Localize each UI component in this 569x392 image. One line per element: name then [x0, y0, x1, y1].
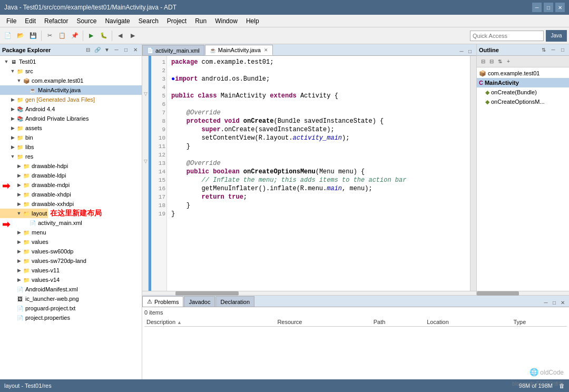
col-location[interactable]: Location — [425, 318, 511, 327]
outline-item-mainactivity[interactable]: C MainActivity — [477, 78, 569, 87]
toolbar-forward[interactable]: ▶ — [127, 30, 139, 42]
outline-sort-alpha[interactable]: ⇅ — [496, 57, 504, 66]
tree-item-gen[interactable]: ▶ 📁 gen [Generated Java Files] — [0, 95, 142, 104]
tree-item-project-properties[interactable]: 📄 project.properties — [0, 313, 142, 322]
fold-marker-18[interactable] — [142, 199, 149, 208]
tree-item-values-v14[interactable]: ▶ 📁 values-v14 — [0, 275, 142, 285]
tree-item-package[interactable]: ▼ 📦 com.example.test01 — [0, 76, 142, 85]
view-menu-button[interactable]: ▼ — [103, 46, 111, 54]
tree-item-mainactivity[interactable]: ☕ MainActivity.java — [0, 85, 142, 95]
menu-window[interactable]: Window — [211, 15, 242, 27]
java-perspective-button[interactable]: Java — [546, 30, 567, 42]
editor-maximize[interactable]: □ — [466, 47, 474, 55]
tree-item-res[interactable]: ▼ 📁 res — [0, 152, 142, 161]
fold-marker-8[interactable] — [142, 115, 149, 123]
fold-marker-16[interactable] — [142, 182, 149, 191]
toolbar-save[interactable]: 💾 — [27, 30, 39, 42]
collapse-all-button[interactable]: ⊟ — [84, 46, 92, 54]
tab-activity-main-xml[interactable]: 📄 activity_main.xml — [142, 45, 204, 55]
fold-marker-17[interactable] — [142, 191, 149, 199]
tree-item-assets[interactable]: ▶ 📁 assets — [0, 123, 142, 133]
fold-marker-1[interactable] — [142, 56, 149, 64]
bottom-close[interactable]: ✕ — [558, 298, 567, 307]
fold-marker-19[interactable] — [142, 208, 149, 216]
tree-item-drawable-ldpi[interactable]: ▶ 📁 drawable-ldpi — [0, 171, 142, 180]
outline-hide-fields[interactable]: ⊟ — [479, 57, 487, 66]
toolbar-run[interactable]: ▶ — [85, 30, 97, 42]
tree-item-drawable-xhdpi[interactable]: ▶ 📁 drawable-xhdpi — [0, 190, 142, 199]
fold-marker-13[interactable]: ▽ — [142, 157, 149, 165]
fold-marker-12[interactable] — [142, 149, 149, 157]
fold-marker-15[interactable] — [142, 174, 149, 182]
bottom-minimize[interactable]: ─ — [542, 298, 550, 307]
tree-item-ic-launcher[interactable]: 🖼 ic_launcher-web.png — [0, 294, 142, 303]
menu-search[interactable]: Search — [134, 15, 163, 27]
editor-hscroll[interactable] — [142, 291, 476, 295]
minimize-button[interactable]: ─ — [532, 3, 542, 12]
outline-item-package[interactable]: 📦 com.example.test01 — [477, 68, 569, 78]
outline-item-oncreate[interactable]: ◆ onCreate(Bundle) — [477, 87, 569, 97]
tree-item-proguard[interactable]: 📄 proguard-project.txt — [0, 303, 142, 313]
tree-item-values[interactable]: ▶ 📁 values — [0, 237, 142, 247]
tab-problems[interactable]: ⚠ Problems — [142, 296, 183, 307]
minimize-panel-button[interactable]: ─ — [112, 46, 121, 54]
fold-marker-6[interactable] — [142, 98, 149, 106]
col-path[interactable]: Path — [371, 318, 425, 327]
menu-navigate[interactable]: Navigate — [101, 15, 134, 27]
toolbar-back[interactable]: ◀ — [114, 30, 126, 42]
close-panel-button[interactable]: ✕ — [131, 46, 140, 54]
toolbar-paste[interactable]: 📌 — [69, 30, 81, 42]
tree-item-drawable-xxhdpi[interactable]: ▶ 📁 drawable-xxhdpi — [0, 199, 142, 209]
tree-item-android-private[interactable]: ▶ 📚 Android Private Libraries — [0, 114, 142, 123]
tree-item-values-v11[interactable]: ▶ 📁 values-v11 — [0, 266, 142, 275]
editor-minimize[interactable]: ─ — [457, 47, 466, 55]
col-resource[interactable]: Resource — [275, 318, 371, 327]
fold-marker-3[interactable] — [142, 73, 149, 81]
maximize-panel-button[interactable]: □ — [122, 46, 130, 54]
tree-item-menu[interactable]: ▶ 📁 menu — [0, 228, 142, 237]
fold-marker-4[interactable] — [142, 81, 149, 90]
toolbar-copy[interactable]: 📋 — [56, 30, 68, 42]
fold-marker-2[interactable] — [142, 64, 149, 73]
tree-item-bin[interactable]: ▶ 📁 bin — [0, 133, 142, 142]
link-editor-button[interactable]: 🔗 — [93, 46, 102, 54]
tab-javadoc[interactable]: Javadoc — [184, 296, 215, 307]
fold-marker-9[interactable] — [142, 123, 149, 132]
toolbar-new[interactable]: 📄 — [2, 30, 14, 42]
outline-sort-button[interactable]: ⇅ — [539, 46, 548, 54]
tree-item-values-sw720dp-land[interactable]: ▶ 📁 values-sw720dp-land — [0, 256, 142, 266]
tree-item-layout[interactable]: ▼ 📁 layout — [0, 209, 48, 218]
outline-hscroll[interactable] — [477, 291, 569, 295]
menu-help[interactable]: Help — [242, 15, 263, 27]
maximize-button[interactable]: □ — [544, 3, 553, 12]
menu-file[interactable]: File — [2, 15, 21, 27]
tree-item-drawable-hdpi[interactable]: ▶ 📁 drawable-hdpi — [0, 161, 142, 171]
toolbar-open[interactable]: 📂 — [15, 30, 26, 42]
tree-item-drawable-mdpi[interactable]: ▶ 📁 drawable-mdpi — [0, 180, 142, 190]
outline-expand-all[interactable]: + — [504, 57, 513, 66]
fold-marker-10[interactable] — [142, 132, 149, 140]
menu-source[interactable]: Source — [72, 15, 101, 27]
fold-marker-7[interactable] — [142, 106, 149, 115]
menu-refactor[interactable]: Refactor — [40, 15, 72, 27]
tree-item-values-sw600dp[interactable]: ▶ 📁 values-sw600dp — [0, 247, 142, 256]
bottom-maximize[interactable]: □ — [550, 298, 558, 307]
menu-edit[interactable]: Edit — [21, 15, 40, 27]
menu-run[interactable]: Run — [191, 15, 211, 27]
tab-declaration[interactable]: Declaration — [215, 296, 254, 307]
tab-close-mainactivity[interactable]: ✕ — [264, 47, 268, 53]
tree-item-activity-main-xml[interactable]: 📄 activity_main.xml — [0, 218, 142, 228]
fold-marker-5[interactable]: ▽ — [142, 90, 149, 98]
tree-item-libs[interactable]: ▶ 📁 libs — [0, 142, 142, 152]
toolbar-debug[interactable]: 🐛 — [98, 30, 110, 42]
outline-hide-static[interactable]: ⊟ — [487, 57, 496, 66]
menu-project[interactable]: Project — [163, 15, 191, 27]
toolbar-cut[interactable]: ✂ — [44, 30, 55, 42]
tree-item-test01[interactable]: ▼ 🖥 Test01 — [0, 57, 142, 66]
col-description[interactable]: Description ▲ — [144, 318, 275, 327]
outline-maximize[interactable]: □ — [558, 46, 567, 54]
tree-item-src[interactable]: ▼ 📁 src — [0, 66, 142, 76]
close-button[interactable]: ✕ — [555, 3, 565, 12]
tree-item-android44[interactable]: ▶ 📚 Android 4.4 — [0, 104, 142, 114]
code-editor[interactable]: package com.example.test01; ●import andr… — [167, 56, 470, 291]
